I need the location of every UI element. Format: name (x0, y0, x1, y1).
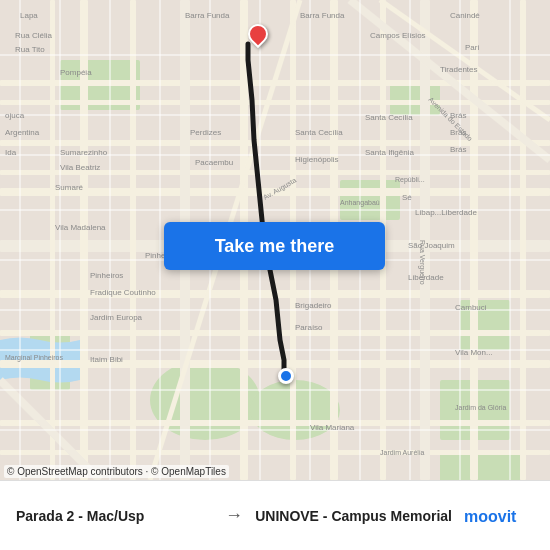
origin-pin (278, 368, 294, 384)
svg-text:Perdizes: Perdizes (190, 128, 221, 137)
svg-rect-22 (130, 0, 136, 480)
svg-text:Santa Ifigênia: Santa Ifigênia (365, 148, 414, 157)
map-attribution: © OpenStreetMap contributors · © OpenMap… (4, 465, 229, 478)
svg-text:Pacaembu: Pacaembu (195, 158, 233, 167)
svg-text:Pinheiros: Pinheiros (90, 271, 123, 280)
svg-text:Rua Vergueiro: Rua Vergueiro (418, 240, 426, 285)
svg-text:Anhangabaú: Anhangabaú (340, 199, 380, 207)
svg-text:Vila Mariana: Vila Mariana (310, 423, 355, 432)
svg-text:Libap...Liberdade: Libap...Liberdade (415, 208, 477, 217)
svg-text:Vila Beatriz: Vila Beatriz (60, 163, 100, 172)
svg-text:Higienópolis: Higienópolis (295, 155, 339, 164)
svg-text:Santa Cecília: Santa Cecília (365, 113, 413, 122)
moovit-logo: moovit (464, 505, 534, 527)
svg-text:Pompéia: Pompéia (60, 68, 92, 77)
svg-text:Brigadeiro: Brigadeiro (295, 301, 332, 310)
svg-text:Jardim da Glória: Jardim da Glória (455, 404, 506, 411)
svg-text:Rua Clélia: Rua Clélia (15, 31, 52, 40)
svg-rect-31 (50, 0, 55, 480)
svg-text:Sumarezinho: Sumarezinho (60, 148, 108, 157)
svg-text:Brás: Brás (450, 145, 466, 154)
svg-text:ojuca: ojuca (5, 111, 25, 120)
svg-text:Jardim Europa: Jardim Europa (90, 313, 143, 322)
svg-text:Paraíso: Paraíso (295, 323, 323, 332)
svg-text:Marginal Pinheiros: Marginal Pinheiros (5, 354, 63, 362)
svg-text:São Joaquim: São Joaquim (408, 241, 455, 250)
svg-text:Lapa: Lapa (20, 11, 38, 20)
svg-text:Ida: Ida (5, 148, 17, 157)
svg-text:Fradique Coutinho: Fradique Coutinho (90, 288, 156, 297)
svg-text:Canindé: Canindé (450, 11, 480, 20)
svg-rect-30 (520, 0, 526, 480)
svg-text:moovit: moovit (464, 508, 517, 525)
svg-text:Santa Cecília: Santa Cecília (295, 128, 343, 137)
svg-text:Barra Funda: Barra Funda (300, 11, 345, 20)
map-container: Lapa Rua Clélia Rua Tito Pompéia Barra F… (0, 0, 550, 480)
svg-text:Rua Tito: Rua Tito (15, 45, 45, 54)
bottom-bar: Parada 2 - Mac/Usp → UNINOVE - Campus Me… (0, 480, 550, 550)
svg-text:Jardim Aurélia: Jardim Aurélia (380, 449, 424, 456)
svg-text:Vila Mon...: Vila Mon... (455, 348, 493, 357)
svg-text:Vila Madalena: Vila Madalena (55, 223, 106, 232)
svg-text:Sé: Sé (402, 193, 412, 202)
svg-text:Pari: Pari (465, 43, 479, 52)
svg-text:Repúbli...: Repúbli... (395, 176, 425, 184)
svg-text:Argentina: Argentina (5, 128, 40, 137)
svg-text:Tiradentes: Tiradentes (440, 65, 478, 74)
svg-text:Campos Elísios: Campos Elísios (370, 31, 426, 40)
take-me-there-button[interactable]: Take me there (164, 222, 385, 270)
from-stop-label: Parada 2 - Mac/Usp (16, 508, 213, 524)
svg-text:Cambuci: Cambuci (455, 303, 487, 312)
destination-pin (248, 24, 268, 44)
to-stop-label: UNINOVE - Campus Memorial (255, 508, 452, 524)
svg-text:Sumaré: Sumaré (55, 183, 84, 192)
arrow-icon: → (225, 505, 243, 526)
svg-text:Itaim Bibi: Itaim Bibi (90, 355, 123, 364)
svg-text:Barra Funda: Barra Funda (185, 11, 230, 20)
